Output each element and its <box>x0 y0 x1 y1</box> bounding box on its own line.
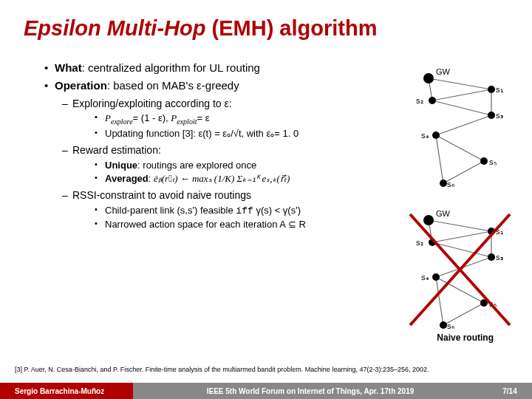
svg-text:s₄: s₄ <box>421 131 429 140</box>
citation: [3] P. Auer, N. Cesa-Bianchi, and P. Fis… <box>15 366 517 374</box>
svg-point-15 <box>440 180 447 187</box>
svg-line-30 <box>436 277 443 325</box>
sub-update: Updating function [3]: ε(t) = εₒ/√t, wit… <box>95 127 396 140</box>
sub-narrowed: Narrowed action space for each iteration… <box>95 218 396 231</box>
svg-text:s₆: s₆ <box>447 321 455 329</box>
svg-point-32 <box>423 215 434 225</box>
sub-probs: Pexplore= (1 - ε), Pexploit= ε <box>95 112 396 126</box>
svg-point-13 <box>432 132 440 139</box>
slide-title: Epsilon Multi-Hop (EMH) algorithm <box>0 0 532 47</box>
svg-point-11 <box>429 97 436 104</box>
svg-point-14 <box>480 157 488 165</box>
topology-diagram-good: GWs₁s₂ s₃s₄s₅s₆ <box>403 65 517 187</box>
svg-line-23 <box>429 220 491 231</box>
svg-line-24 <box>432 231 491 242</box>
svg-point-12 <box>488 112 495 119</box>
svg-text:s₁: s₁ <box>496 85 503 94</box>
bullet-what: What: centralized algorithm for UL routi… <box>44 61 396 75</box>
svg-point-38 <box>440 321 447 329</box>
svg-line-7 <box>436 135 443 183</box>
bullet-operation: Operation: based on MAB's ε-greedy <box>44 78 396 93</box>
svg-line-1 <box>432 89 491 100</box>
svg-line-0 <box>429 78 491 89</box>
svg-point-9 <box>423 73 434 83</box>
svg-text:s₂: s₂ <box>416 238 423 247</box>
footer-page: 7/14 <box>488 383 532 399</box>
sub-unique: Unique: routings are explored once <box>95 159 396 172</box>
svg-line-2 <box>432 100 491 115</box>
svg-text:s₄: s₄ <box>421 273 429 282</box>
footer: Sergio Barrachina-Muñoz IEEE 5th World F… <box>0 383 532 399</box>
svg-text:s₂: s₂ <box>416 96 423 105</box>
footer-venue: IEEE 5th World Forum on Internet of Thin… <box>133 383 488 399</box>
topology-diagram-naive: GWs₁s₂ s₃s₄s₅s₆ <box>403 207 517 329</box>
svg-text:s₃: s₃ <box>496 111 503 120</box>
svg-text:GW: GW <box>436 67 451 76</box>
footer-author: Sergio Barrachina-Muñoz <box>0 383 133 399</box>
sub-explore: Exploring/exploiting according to ε: <box>62 97 396 111</box>
svg-point-36 <box>432 273 440 281</box>
naive-caption: Naive routing <box>437 332 494 343</box>
svg-text:GW: GW <box>436 209 451 218</box>
svg-point-35 <box>488 253 495 261</box>
sub-rssi: RSSI-constraint to avoid naive routings <box>62 188 396 202</box>
sub-reward: Reward estimation: <box>62 143 396 157</box>
svg-text:s₃: s₃ <box>496 253 503 262</box>
sub-averaged: Averaged: ēᵦ(r⃗ₜ) ← maxₛ (1/K) Σₖ₌₁ᴷ eₛ,… <box>95 172 396 185</box>
svg-text:s₅: s₅ <box>489 157 497 166</box>
svg-line-3 <box>436 115 491 135</box>
svg-text:s₆: s₆ <box>447 180 455 187</box>
slide-body: What: centralized algorithm for UL routi… <box>27 61 396 232</box>
svg-point-10 <box>488 86 495 93</box>
sub-child: Child-parent link (s,s') feasible iff γ(… <box>95 204 396 218</box>
svg-line-4 <box>436 135 484 161</box>
